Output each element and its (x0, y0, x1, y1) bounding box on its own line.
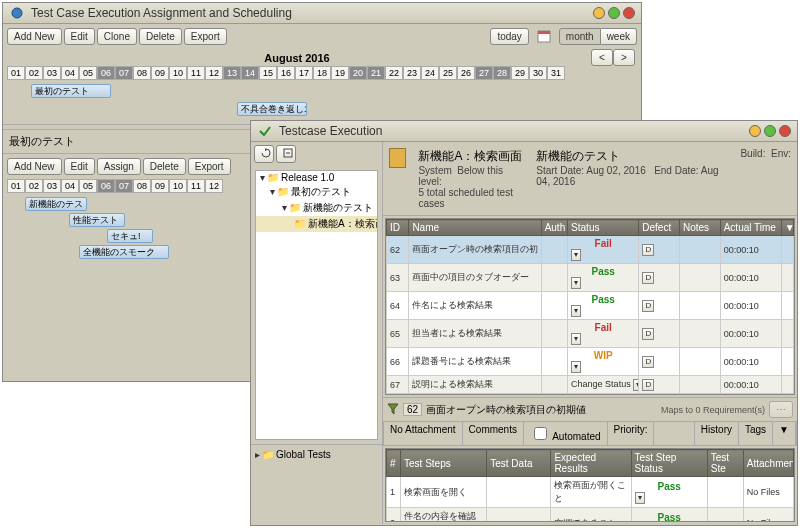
day-cell[interactable]: 18 (313, 66, 331, 80)
day-cell[interactable]: 21 (367, 66, 385, 80)
gantt-bar[interactable]: 新機能のテス (25, 197, 87, 211)
clone-button[interactable]: Clone (97, 28, 137, 45)
day-cell[interactable]: 23 (403, 66, 421, 80)
day-cell[interactable]: 24 (421, 66, 439, 80)
gantt-bar[interactable]: 全機能のスモーク (79, 245, 169, 259)
gantt-bar[interactable]: 不具合巻き返し1 (237, 102, 307, 116)
tab-automated[interactable]: Automated (524, 422, 608, 445)
day-cell[interactable]: 28 (493, 66, 511, 80)
gantt-bar[interactable]: 性能テスト (69, 213, 125, 227)
delete-button[interactable]: Delete (139, 28, 182, 45)
gantt-bar[interactable]: 最初のテスト (31, 84, 111, 98)
testcase-row[interactable]: 63画面中の項目のタブオーダーPass ▾ D 00:00:10 (387, 264, 794, 292)
delete-button-2[interactable]: Delete (143, 158, 186, 175)
day-cell[interactable]: 22 (385, 66, 403, 80)
day-cell[interactable]: 06 (97, 66, 115, 80)
defect-button[interactable]: D (642, 272, 654, 284)
step-row[interactable]: 1検索画面を開く 検索画面が開くことPass ▾No Files (387, 477, 794, 508)
day-cell[interactable]: 08 (133, 66, 151, 80)
month-view-button[interactable]: month (559, 28, 601, 45)
day-cell[interactable]: 31 (547, 66, 565, 80)
status-dropdown[interactable]: ▾ (633, 379, 639, 391)
refresh-button[interactable] (254, 145, 274, 163)
tab-comments[interactable]: Comments (463, 422, 524, 445)
steps-grid[interactable]: #Test StepsTest Data Expected ResultsTes… (385, 448, 795, 522)
testcase-row[interactable]: 62画面オープン時の検索項目の初Fail ▾ D 00:00:10 (387, 236, 794, 264)
day-cell[interactable]: 19 (331, 66, 349, 80)
close-button[interactable] (623, 7, 635, 19)
day-cell[interactable]: 26 (457, 66, 475, 80)
day-cell[interactable]: 03 (43, 179, 61, 193)
gantt-bar[interactable]: セキュ! (107, 229, 153, 243)
day-cell[interactable]: 25 (439, 66, 457, 80)
week-view-button[interactable]: week (601, 28, 637, 45)
step-row[interactable]: 2件名の内容を確認する 空欄であることPass ▾No Files (387, 508, 794, 523)
tree-testcase-selected[interactable]: 📁新機能A：検索画面 (256, 216, 377, 232)
day-cell[interactable]: 10 (169, 179, 187, 193)
day-cell[interactable]: 05 (79, 66, 97, 80)
minimize-button[interactable] (593, 7, 605, 19)
add-new-button-2[interactable]: Add New (7, 158, 62, 175)
testcase-row[interactable]: 67説明による検索結果Change Status ▾ D 00:00:10 (387, 376, 794, 394)
export-button[interactable]: Export (184, 28, 227, 45)
assign-button[interactable]: Assign (97, 158, 141, 175)
day-cell[interactable]: 10 (169, 66, 187, 80)
add-new-button[interactable]: Add New (7, 28, 62, 45)
next-month-button[interactable]: > (613, 49, 635, 66)
day-cell[interactable]: 29 (511, 66, 529, 80)
collapse-button[interactable] (276, 145, 296, 163)
day-cell[interactable]: 12 (205, 66, 223, 80)
day-cell[interactable]: 01 (7, 179, 25, 193)
tab-dropdown[interactable]: ▼ (773, 422, 796, 445)
filter-icon[interactable] (387, 403, 399, 417)
testcase-row[interactable]: 65担当者による検索結果Fail ▾ D 00:00:10 (387, 320, 794, 348)
close-button-2[interactable] (779, 125, 791, 137)
prev-month-button[interactable]: < (591, 49, 613, 66)
day-cell[interactable]: 09 (151, 66, 169, 80)
test-tree[interactable]: ▾📁Release 1.0 ▾📁最初のテスト ▾📁新機能のテスト 📁新機能A：検… (255, 170, 378, 440)
minimize-button-2[interactable] (749, 125, 761, 137)
titlebar-execution[interactable]: Testcase Execution (251, 121, 797, 142)
day-cell[interactable]: 20 (349, 66, 367, 80)
day-cell[interactable]: 04 (61, 179, 79, 193)
day-cell[interactable]: 30 (529, 66, 547, 80)
status-dropdown[interactable]: ▾ (571, 361, 581, 373)
step-status-dropdown[interactable]: ▾ (635, 492, 645, 504)
status-dropdown[interactable]: ▾ (571, 277, 581, 289)
tab-priority[interactable]: Priority: (608, 422, 655, 445)
day-cell[interactable]: 15 (259, 66, 277, 80)
day-cell[interactable]: 07 (115, 179, 133, 193)
maximize-button[interactable] (608, 7, 620, 19)
status-dropdown[interactable]: ▾ (571, 305, 581, 317)
global-tests-section[interactable]: ▸📁Global Tests (251, 444, 382, 464)
day-cell[interactable]: 04 (61, 66, 79, 80)
day-cell[interactable]: 02 (25, 66, 43, 80)
testcase-grid[interactable]: IDNameAuth StatusDefectNotes Actual Time… (385, 218, 795, 395)
export-button-2[interactable]: Export (188, 158, 231, 175)
maximize-button-2[interactable] (764, 125, 776, 137)
day-cell[interactable]: 13 (223, 66, 241, 80)
tab-tags[interactable]: Tags (739, 422, 773, 445)
day-cell[interactable]: 03 (43, 66, 61, 80)
tree-suite-2[interactable]: ▾📁新機能のテスト (256, 200, 377, 216)
tree-release[interactable]: ▾📁Release 1.0 (256, 171, 377, 184)
day-cell[interactable]: 01 (7, 66, 25, 80)
edit-button-2[interactable]: Edit (64, 158, 95, 175)
day-cell[interactable]: 17 (295, 66, 313, 80)
day-cell[interactable]: 08 (133, 179, 151, 193)
status-dropdown[interactable]: ▾ (571, 249, 581, 261)
day-cell[interactable]: 12 (205, 179, 223, 193)
day-cell[interactable]: 16 (277, 66, 295, 80)
day-cell[interactable]: 06 (97, 179, 115, 193)
status-dropdown[interactable]: ▾ (571, 333, 581, 345)
automated-checkbox[interactable] (534, 427, 547, 440)
day-cell[interactable]: 11 (187, 179, 205, 193)
day-cell[interactable]: 11 (187, 66, 205, 80)
tab-history[interactable]: History (695, 422, 739, 445)
day-cell[interactable]: 14 (241, 66, 259, 80)
defect-button[interactable]: D (642, 328, 654, 340)
day-cell[interactable]: 27 (475, 66, 493, 80)
calendar-icon[interactable] (537, 29, 551, 45)
defect-button[interactable]: D (642, 300, 654, 312)
testcase-row[interactable]: 64件名による検索結果Pass ▾ D 00:00:10 (387, 292, 794, 320)
